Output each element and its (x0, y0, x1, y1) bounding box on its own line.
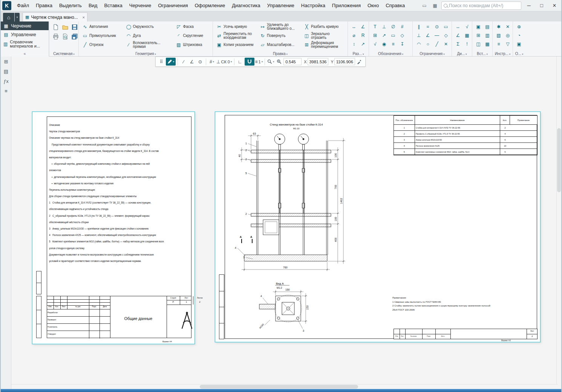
delete-constraint-icon[interactable]: ✕ (442, 40, 450, 48)
menu-item[interactable]: Ограничения (155, 0, 191, 11)
interface-layout-icon[interactable]: ▭ (420, 2, 429, 9)
axis-line-icon[interactable]: ≡ (389, 40, 397, 48)
command-search-input[interactable] (449, 3, 519, 8)
autoline-button[interactable]: ∿ Автолиния (80, 22, 124, 31)
drawing-canvas[interactable]: ⠿ ▾ ∕ ∠ ⊙ #▾ ⊥ СК 0 ▾ ∟ ≡ 1 (11, 57, 558, 384)
delete-tool-icon[interactable]: ✕ (504, 23, 512, 31)
pie-icon[interactable]: ◔ (515, 31, 523, 39)
angle-constraint-icon[interactable]: ∠ (424, 31, 432, 39)
area-icon[interactable]: ▦ (463, 31, 471, 39)
group-label-constraints[interactable]: Ограничения (413, 52, 452, 56)
menu-item[interactable]: Справка (382, 0, 408, 11)
fix-constraint-icon[interactable]: ▭ (442, 23, 450, 31)
group-label-annotations[interactable]: Обозначения (369, 52, 412, 56)
snap-toggle-button[interactable] (245, 58, 254, 66)
tab-close-icon[interactable]: × (83, 15, 85, 20)
group-label-o[interactable]: О... (513, 52, 525, 56)
chamfer-button[interactable]: ◸ Фаска (174, 22, 211, 31)
settings-icon[interactable]: ✱ (495, 23, 503, 31)
parameters-panel-icon[interactable]: ▤ (1, 66, 11, 76)
main-menu-icon[interactable]: ≡ (1, 86, 11, 96)
group-label-dimensions[interactable]: Раз... (348, 52, 369, 56)
minimize-button[interactable]: ─ (524, 1, 534, 10)
datum-icon[interactable]: ⊥ (380, 23, 388, 31)
concentric-constraint-icon[interactable]: ⊙ (433, 23, 441, 31)
symmetry-constraint-icon[interactable]: ◇ (442, 31, 450, 39)
table-icon[interactable]: ⊞ (371, 31, 379, 39)
view-frame-icon[interactable]: ▭ (389, 31, 397, 39)
snap-angle-icon[interactable]: ∠ (188, 58, 196, 66)
horizontal-scrollbar[interactable] (11, 384, 558, 389)
warning-icon[interactable]: ! (463, 40, 471, 48)
sidebar-item-drawing[interactable]: ▦ Черчение (1, 21, 49, 30)
sheet-general-data[interactable]: ОписаниеЧертеж стенда манометровОписание… (32, 112, 195, 344)
screen-mode-icon[interactable]: ▦ (431, 2, 439, 9)
save-all-button[interactable] (70, 32, 79, 41)
perpendicular-constraint-icon[interactable]: ⊥ (415, 31, 423, 39)
grid-dots-icon[interactable]: ⠿ (158, 58, 165, 66)
angular-dimension-icon[interactable]: ∠ (359, 23, 367, 31)
zoom-in-button[interactable] (275, 58, 283, 66)
variables-icon[interactable]: ƒx (1, 76, 11, 86)
grid-toggle-icon[interactable]: #▾ (208, 58, 216, 66)
tangent-constraint-icon[interactable]: ◠ (415, 40, 423, 48)
construction-line-button[interactable]: ∕ Вспомогатель... прямая (124, 40, 174, 49)
equal-constraint-icon[interactable]: = (424, 23, 432, 31)
group-label-insert[interactable]: Вст... (472, 52, 492, 56)
hatch-button[interactable]: ▨ Штриховка (174, 40, 211, 49)
insert-table-icon[interactable]: ⊞ (474, 31, 482, 39)
leader-dimension-icon[interactable]: ↗ (359, 40, 367, 48)
menu-item[interactable]: Черчение (126, 0, 155, 11)
linear-dimension-icon[interactable]: ↔ (350, 23, 358, 31)
rectangle-button[interactable]: ▭ Прямоугольник (80, 31, 124, 40)
circle-button[interactable]: ◯ Окружность (124, 22, 174, 31)
circle-constraint-icon[interactable]: ○ (424, 40, 432, 48)
insert-layout-icon[interactable]: ▤ (483, 23, 492, 31)
text-icon[interactable]: Т (371, 23, 379, 31)
vertical-scrollbar[interactable] (556, 57, 561, 389)
move-by-coordinates-button[interactable]: ⇄ Переместить по координатам (214, 31, 258, 40)
measure-distance-icon[interactable]: ↔ (454, 23, 462, 31)
rotate-button[interactable]: ↻ Повернуть (258, 31, 302, 40)
coordinate-system-select[interactable]: ⊥ СК 0 ▾ (216, 58, 232, 66)
leader-icon[interactable]: ↗ (380, 31, 388, 39)
segment-button[interactable]: ╱ Отрезок (80, 40, 124, 49)
menu-item[interactable]: Вид (85, 0, 101, 11)
radial-dimension-icon[interactable]: R (359, 31, 367, 39)
trim-curve-button[interactable]: ✂ Усечь кривую (214, 22, 258, 31)
home-button[interactable]: ⌂ (3, 13, 14, 21)
sidebar-item-management[interactable]: ▤ Управление (1, 30, 49, 39)
print-button[interactable] (51, 32, 60, 41)
eyedropper-button[interactable] (356, 58, 363, 66)
frame-icon[interactable]: ▣ (515, 40, 523, 48)
triangle-tool-icon[interactable]: ▽ (504, 40, 512, 48)
menu-item[interactable]: Вставка (101, 0, 126, 11)
parallel-constraint-icon[interactable]: ∥ (415, 23, 423, 31)
sheet-stand-drawing[interactable]: Стенд манометров на базе стойки К-314 М1… (215, 112, 541, 342)
check-icon[interactable]: √ (463, 23, 471, 31)
snap-line-icon[interactable]: ∕ (180, 58, 187, 66)
split-curve-button[interactable]: ╳ Разбить кривую (302, 22, 346, 31)
zoom-value-input[interactable]: 0.545 (283, 58, 302, 65)
collapse-panel-icon[interactable] (1, 52, 49, 56)
snap-tangent-icon[interactable]: ⊙ (196, 58, 204, 66)
document-tree-icon[interactable]: ⊞ (1, 57, 11, 66)
target-icon[interactable]: ◎ (504, 31, 512, 39)
insert-fragment-icon[interactable]: ▣ (474, 23, 482, 31)
scrollbar-thumb[interactable] (557, 128, 561, 192)
menu-item[interactable]: Управление (264, 0, 298, 11)
group-label-geometry[interactable]: Геометрия (79, 52, 213, 56)
mirror-button[interactable]: ◫ Зеркально отразить (302, 31, 346, 40)
diameter-mark-icon[interactable]: ∅ (389, 23, 397, 31)
scrollbar-thumb[interactable] (200, 385, 358, 389)
menu-item[interactable]: Файл (14, 0, 32, 11)
measure-angle-icon[interactable]: ∠ (454, 31, 462, 39)
collinear-constraint-icon[interactable]: ╱ (433, 40, 441, 48)
extend-to-nearest-button[interactable]: ↦ Удлинить до ближайшего о... (258, 22, 302, 31)
scale-button[interactable]: ▱ Масштабиров... (258, 40, 302, 49)
menu-item[interactable]: Окно (364, 0, 382, 11)
kompas-logo-icon[interactable]: K (2, 1, 11, 10)
menu-item[interactable]: Диагностика (228, 0, 263, 11)
menu-item[interactable]: Выделить (56, 0, 85, 11)
sum-icon[interactable]: Σ (454, 40, 462, 48)
